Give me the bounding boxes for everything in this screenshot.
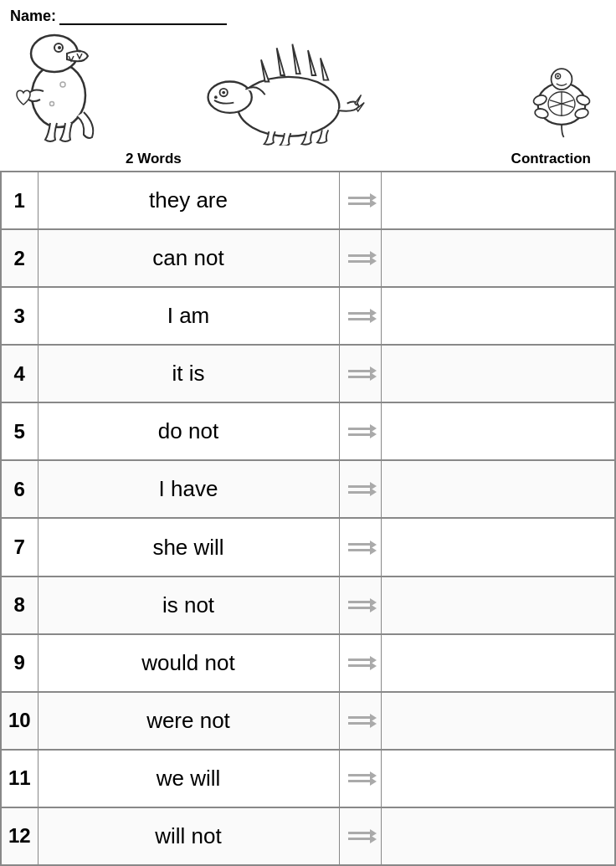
- table-row: 9would not: [1, 634, 615, 692]
- two-word-phrase: can not: [38, 229, 339, 287]
- contraction-answer-cell[interactable]: [381, 634, 615, 692]
- svg-point-26: [557, 75, 559, 78]
- arrow-line-top: [348, 774, 372, 776]
- svg-point-7: [238, 77, 339, 136]
- arrow-line-bottom: [348, 433, 372, 436]
- contraction-answer-cell[interactable]: [381, 576, 615, 634]
- arrow-line-top: [348, 370, 372, 372]
- arrow-line-bottom: [348, 607, 372, 609]
- trex-icon: [8, 24, 100, 146]
- contraction-answer-cell[interactable]: [381, 750, 615, 807]
- arrow-line-top: [348, 254, 372, 257]
- table-row: 3I am: [1, 287, 615, 345]
- equals-arrow-icon: [340, 197, 381, 205]
- contraction-answer-cell[interactable]: [381, 518, 615, 576]
- arrow-symbol: [339, 576, 381, 634]
- two-word-phrase: would not: [38, 634, 339, 692]
- two-word-phrase: will not: [38, 807, 339, 865]
- name-input-line: [59, 7, 227, 25]
- row-number: 5: [1, 402, 38, 460]
- arrow-line-bottom: [348, 260, 372, 263]
- arrow-line-top: [348, 716, 372, 719]
- row-number: 1: [1, 172, 38, 229]
- table-row: 10were not: [1, 692, 615, 750]
- row-number: 6: [1, 460, 38, 518]
- two-word-phrase: I have: [38, 460, 339, 518]
- two-words-label: 2 Words: [126, 151, 182, 167]
- turtle-icon: [528, 62, 595, 146]
- row-number: 11: [1, 750, 38, 807]
- dino-illustration: 2 Words Contraction: [0, 28, 616, 171]
- two-word-phrase: she will: [38, 518, 339, 576]
- arrow-line-bottom: [348, 664, 372, 667]
- table-row: 8is not: [1, 576, 615, 634]
- arrow-symbol: [339, 172, 381, 229]
- arrow-line-bottom: [348, 318, 372, 320]
- contraction-answer-cell[interactable]: [381, 807, 615, 865]
- equals-arrow-icon: [340, 543, 381, 551]
- table-row: 2can not: [1, 229, 615, 287]
- arrow-symbol: [339, 402, 381, 460]
- arrow-line-bottom: [348, 722, 372, 725]
- table-row: 12will not: [1, 807, 615, 865]
- row-number: 2: [1, 229, 38, 287]
- row-number: 7: [1, 518, 38, 576]
- equals-arrow-icon: [340, 601, 381, 609]
- contraction-answer-cell[interactable]: [381, 229, 615, 287]
- svg-point-24: [552, 69, 572, 90]
- page: Name:: [0, 0, 616, 866]
- arrow-line-top: [348, 658, 372, 661]
- contraction-answer-cell[interactable]: [381, 345, 615, 402]
- arrow-symbol: [339, 287, 381, 345]
- two-word-phrase: they are: [38, 172, 339, 229]
- svg-point-11: [214, 95, 218, 99]
- equals-arrow-icon: [340, 485, 381, 494]
- row-number: 8: [1, 576, 38, 634]
- arrow-line-bottom: [348, 202, 372, 205]
- equals-arrow-icon: [340, 832, 381, 840]
- arrow-symbol: [339, 692, 381, 750]
- arrow-line-top: [348, 485, 372, 488]
- arrow-symbol: [339, 750, 381, 807]
- arrow-line-bottom: [348, 549, 372, 551]
- two-word-phrase: do not: [38, 402, 339, 460]
- worksheet-table: 1they are 2can not 3I am 4it is 5do not: [0, 171, 616, 866]
- arrow-line-bottom: [348, 376, 372, 378]
- table-row: 4it is: [1, 345, 615, 402]
- two-word-phrase: it is: [38, 345, 339, 402]
- equals-arrow-icon: [340, 658, 381, 667]
- contraction-answer-cell[interactable]: [381, 460, 615, 518]
- stego-icon: [201, 28, 368, 146]
- arrow-symbol: [339, 460, 381, 518]
- arrow-line-top: [348, 197, 372, 199]
- svg-marker-12: [261, 59, 269, 81]
- two-word-phrase: is not: [38, 576, 339, 634]
- row-number: 10: [1, 692, 38, 750]
- contraction-answer-cell[interactable]: [381, 402, 615, 460]
- arrow-line-top: [348, 601, 372, 603]
- svg-point-10: [222, 91, 225, 95]
- contraction-answer-cell[interactable]: [381, 172, 615, 229]
- table-row: 5do not: [1, 402, 615, 460]
- equals-arrow-icon: [340, 716, 381, 725]
- contraction-answer-cell[interactable]: [381, 287, 615, 345]
- svg-point-3: [58, 46, 61, 49]
- two-word-phrase: were not: [38, 692, 339, 750]
- two-word-phrase: we will: [38, 750, 339, 807]
- equals-arrow-icon: [340, 312, 381, 320]
- contraction-answer-cell[interactable]: [381, 692, 615, 750]
- row-number: 3: [1, 287, 38, 345]
- svg-marker-14: [292, 44, 300, 74]
- arrow-line-bottom: [348, 838, 372, 840]
- equals-arrow-icon: [340, 370, 381, 378]
- arrow-line-top: [348, 543, 372, 546]
- svg-marker-15: [308, 50, 316, 75]
- row-number: 12: [1, 807, 38, 865]
- equals-arrow-icon: [340, 774, 381, 782]
- arrow-line-top: [348, 832, 372, 834]
- arrow-line-top: [348, 428, 372, 430]
- arrow-line-bottom: [348, 780, 372, 782]
- arrow-line-bottom: [348, 491, 372, 494]
- arrow-symbol: [339, 518, 381, 576]
- table-row: 11we will: [1, 750, 615, 807]
